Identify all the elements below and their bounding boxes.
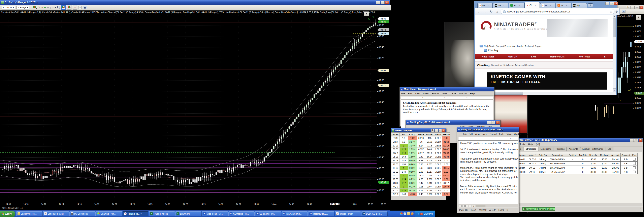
ma-col-atrrati[interactable]: ATRrati [442,133,450,136]
enabled-checkbox[interactable] [633,171,636,173]
wrench-icon[interactable]: ⚙ [615,10,618,13]
tab-accounts[interactable]: Accounts [567,147,580,151]
word-misc-titlebar[interactable]: W Misc Ideas - Microsoft Word [400,87,494,91]
browser-tab-tf[interactable]: BMTF...× [493,2,508,8]
chart-window-titlebar[interactable]: CL 04-11 (3 Range) 2/17/2011 _□× [0,0,390,5]
chart-type-button-active[interactable] [62,5,66,10]
menu-item-table[interactable]: Table [450,92,456,95]
link-button[interactable]: L [431,129,434,132]
browser-tab-ja[interactable]: BJa...× [556,2,571,8]
ma-col-minsp[interactable]: MinsP [417,133,425,136]
menu-item-file[interactable]: File [401,92,405,95]
cc-col-connecti[interactable]: Connecti [621,153,631,157]
taskbar-button-mydocuments[interactable]: ▤My Documents [70,211,96,216]
tab-close-icon[interactable]: × [582,4,584,7]
strategy-row[interactable]: Jat0206ZW 03-3 Rang4/14/True/07/7/-0$0.0… [516,170,638,174]
menu-item-[interactable]: [+/-] [536,143,540,146]
resize-grip[interactable]: ⋰ [639,208,641,210]
zoom-icon[interactable] [57,6,60,9]
forum-breadcrumb-current[interactable]: Charting [484,49,498,52]
word-diaryjat-menubar[interactable]: ⋮FileEditViewInsertFormatToolsTableWindo… [457,132,519,136]
chart-type-button-2[interactable] [67,5,72,10]
home-icon[interactable]: ⌂ [495,9,500,14]
back-icon[interactable]: ← [476,9,482,14]
new-tab-button[interactable]: + [588,3,593,7]
view-weblayout-icon[interactable] [462,205,465,207]
menu-item-help[interactable]: Help [470,92,475,95]
forumnav-newposts[interactable]: New Posts [578,55,590,58]
forumnav-usercp[interactable]: User CP [508,55,517,58]
quicklaunch-ie-icon[interactable]: e [404,212,406,215]
ma-row-ZS03[interactable]: ZS 031.252.73%0.3571403.2:50:31404.7 [392,148,450,151]
cc-col-parameters[interactable]: Parameters [548,153,567,157]
quicklaunch-scheduler-icon[interactable] [411,212,414,215]
tab-close-icon[interactable]: × [566,4,567,7]
ma-row-6J03[interactable]: 6J 03-1.120.26%5.470.0123:08:30.012 [392,181,450,185]
menu-item-edit[interactable]: Edit [469,133,473,135]
cc-col-unrealiz[interactable]: Unrealiz [588,153,599,157]
axis-scroll-button[interactable]: ▼ [364,11,369,16]
candlestick-style-icon[interactable]: ▾ [32,6,37,9]
ma-col-instru[interactable]: Instru [392,133,400,136]
forward-icon[interactable]: → [482,9,488,14]
ma-row-6A03[interactable]: 6A 031.430.98%5.351.0093:08:51.01 [392,159,450,163]
word-diaryjat-titlebar[interactable]: W DiaryJatComments - Microsoft Word [457,127,519,132]
maximize-icon[interactable]: □ [635,6,639,9]
start-button[interactable]: Start [0,211,15,217]
close-icon[interactable]: × [496,121,500,124]
ma-col-chn[interactable]: Chn ▽ [408,133,417,136]
taskbar-button-42ninjatra[interactable]: n42 NinjaTra... ▾ [122,211,148,216]
bookmark-star-icon[interactable]: ☆ [610,10,612,13]
quicklaunch-folder-icon[interactable] [407,212,410,215]
close-icon[interactable]: × [442,129,445,132]
strategy-row[interactable]: jatBeanZW 03-3 Rang5/4.5/0.5/23/7/8-0$0.… [516,166,638,170]
cl-price-axis[interactable]: 88.8088.6088.4088.2087.8087.6087.4087.20… [377,11,390,202]
market-analyzer-titlebar[interactable]: Market Analyzer L_□× [391,128,446,132]
tab-close-icon[interactable]: × [550,4,551,7]
add-marker-icon[interactable]: ✛ [44,6,46,9]
ma-row-6S03[interactable]: 6S 031.560.96%3.251.0533:08:51.05 [392,162,450,166]
menu-item-help[interactable]: Help [528,143,533,146]
menu-item-insert[interactable]: Insert [482,133,488,135]
tab-close-icon[interactable]: × [519,4,520,7]
enabled-checkbox[interactable] [633,162,636,165]
ma-row-6E03[interactable]: 6E 031.240.29%4.281.3603:08:51.36 [392,177,450,181]
menu-item-insert[interactable]: Insert [423,92,429,95]
control-center-menubar[interactable]: FileToolsHelp[+/-] [512,142,643,147]
ma-row-CL03[interactable]: CL 031.681.59%2.4286.343:08:586.34 [392,155,450,159]
tray-collapse-icon[interactable]: « [418,212,419,216]
control-center-titlebar[interactable]: n Control Center - 0212 util CLprimary _… [512,138,643,142]
close-icon[interactable]: × [638,138,642,142]
minimize-icon[interactable]: _ [487,121,491,124]
cc-col-dataser[interactable]: Data Ser [538,153,548,157]
menu-item-tools[interactable]: Tools [499,133,504,135]
taskbar-button-cltradingmi[interactable]: WCL trading - Mi... [228,211,254,216]
ma-row-ZW0[interactable]: ZW 01.181.67%0.817851.02:50:2850.75 [392,151,450,155]
maximize-icon[interactable]: □ [380,1,384,4]
strategy-row[interactable]: jatBeanZS 03-13 Rang5/4.5/0.5/23/7/8-0$0… [516,162,638,166]
word-diaryjat-document[interactable]: I have 2 6E positions, not sure that NT … [458,140,518,206]
taskbar-button-chartingninj[interactable]: Charting - Ninj... [96,211,122,216]
address-bar[interactable]: www.ninjatrader.com/support/forum/forumd… [501,9,614,14]
word-diary2010-titlebar[interactable]: W TradingDiary2010 - Microsoft Word _□× [406,120,500,125]
cc-col-realized[interactable]: Realized [599,153,610,157]
scrollbar-thumb[interactable] [613,18,616,37]
quicklaunch-chrome-icon[interactable] [400,212,403,215]
ma-row-NG0[interactable]: NG 01.43-1.352.453.8683:08:03.87 [392,192,450,196]
view-normal-icon[interactable] [459,205,462,207]
tab-executions[interactable]: Executions [538,147,554,151]
chart-type-button-3[interactable] [73,5,77,10]
menu-item-file[interactable]: File [463,133,467,135]
enabled-checkbox[interactable] [633,166,636,169]
menu-item-edit[interactable]: Edit [408,92,412,95]
forumnav-faq[interactable]: FAQ [531,55,536,58]
browser-tab-ni[interactable]: nNi...× [540,2,556,8]
tab-accountperformance[interactable]: Account Performance [580,147,606,151]
menu-item-table[interactable]: Table [506,133,512,135]
close-icon[interactable]: × [385,1,389,4]
reload-icon[interactable]: ↻ [489,9,494,14]
ma-row-NQ0[interactable]: NQ 010.23%2.132397.3:08:42397.5 [392,185,450,189]
menu-item-tools[interactable]: Tools [442,92,448,95]
taskbar-button-lawncare[interactable]: XLawnCare [175,211,202,216]
taskbar-button-du86366ibtr[interactable]: IBDU86366 IB Tr... [361,211,388,216]
